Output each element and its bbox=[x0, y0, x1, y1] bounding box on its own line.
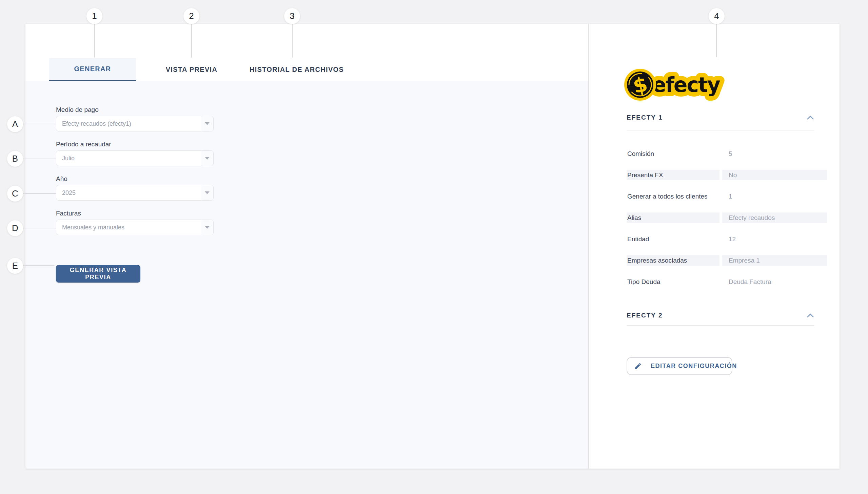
chevron-up-icon[interactable] bbox=[807, 115, 814, 120]
property-label: Generar a todos los clientes bbox=[627, 191, 720, 202]
property-label: Tipo Deuda bbox=[627, 277, 720, 287]
callout-line-a bbox=[23, 124, 56, 124]
property-label: Comisión bbox=[627, 148, 720, 159]
select-value: Julio bbox=[56, 155, 201, 162]
pencil-icon bbox=[634, 362, 642, 370]
callout-line-e bbox=[23, 265, 55, 266]
field-label: Medio de pago bbox=[56, 106, 214, 114]
edit-button-label: EDITAR CONFIGURACIÓN bbox=[651, 363, 737, 370]
ano-select[interactable]: 2025 bbox=[56, 185, 214, 201]
callout-step-2: 2 bbox=[183, 8, 199, 24]
callout-line-2 bbox=[191, 24, 192, 58]
select-value: Mensuales y manuales bbox=[56, 224, 201, 231]
medio-de-pago-select[interactable]: Efecty recaudos (efecty1) bbox=[56, 116, 214, 131]
main-card: GENERAR VISTA PREVIA HISTORIAL DE ARCHIV… bbox=[25, 24, 839, 469]
callout-field-c: C bbox=[7, 186, 23, 202]
section-title: EFECTY 2 bbox=[627, 311, 663, 320]
facturas-select[interactable]: Mensuales y manuales bbox=[56, 220, 214, 235]
tab-vista-previa[interactable]: VISTA PREVIA bbox=[143, 58, 241, 81]
property-label: Entidad bbox=[627, 234, 720, 244]
callout-line-b bbox=[23, 158, 56, 159]
caret-zone bbox=[201, 116, 213, 131]
callout-line-d bbox=[23, 228, 56, 228]
tab-bar: GENERAR VISTA PREVIA HISTORIAL DE ARCHIV… bbox=[25, 58, 588, 81]
property-value: 1 bbox=[722, 191, 827, 202]
property-value: 12 bbox=[722, 234, 827, 244]
property-label: Alias bbox=[627, 212, 720, 223]
efecty-logo: efecty $ bbox=[623, 68, 725, 101]
chevron-down-icon bbox=[205, 122, 209, 125]
property-row-presenta-fx: Presenta FX No bbox=[627, 170, 827, 180]
callout-line-c bbox=[23, 193, 56, 194]
section-header-efecty-1[interactable]: EFECTY 1 bbox=[627, 114, 814, 122]
section-divider bbox=[627, 130, 814, 130]
section-header-efecty-2[interactable]: EFECTY 2 bbox=[627, 311, 814, 320]
callout-line-1 bbox=[94, 24, 95, 58]
callout-step-4: 4 bbox=[709, 8, 724, 24]
callout-field-d: D bbox=[7, 220, 23, 236]
property-label: Empresas asociadas bbox=[627, 255, 720, 266]
callout-field-a: A bbox=[7, 116, 23, 132]
property-value: Efecty recaudos bbox=[722, 212, 827, 223]
chevron-down-icon bbox=[205, 157, 209, 159]
property-row-generar-a-todos: Generar a todos los clientes 1 bbox=[627, 191, 827, 202]
property-row-entidad: Entidad 12 bbox=[627, 234, 827, 244]
chevron-down-icon bbox=[205, 191, 209, 194]
tab-historial-de-archivos[interactable]: HISTORIAL DE ARCHIVOS bbox=[241, 58, 353, 81]
chevron-down-icon bbox=[205, 226, 209, 229]
property-row-empresas-asociadas: Empresas asociadas Empresa 1 bbox=[627, 255, 827, 266]
field-label: Año bbox=[56, 175, 214, 183]
property-value: Empresa 1 bbox=[722, 255, 827, 266]
callout-field-e: E bbox=[7, 258, 23, 274]
property-value: No bbox=[722, 170, 827, 180]
tab-generar[interactable]: GENERAR bbox=[49, 58, 136, 81]
select-value: Efecty recaudos (efecty1) bbox=[56, 120, 201, 127]
callout-line-4 bbox=[716, 24, 717, 57]
generate-pane: GENERAR VISTA PREVIA HISTORIAL DE ARCHIV… bbox=[25, 24, 588, 469]
editar-configuracion-button[interactable]: EDITAR CONFIGURACIÓN bbox=[627, 357, 732, 375]
field-label: Facturas bbox=[56, 209, 214, 217]
callout-step-1: 1 bbox=[87, 8, 103, 24]
select-value: 2025 bbox=[56, 189, 201, 196]
section-divider bbox=[627, 325, 814, 326]
chevron-up-icon[interactable] bbox=[807, 313, 814, 318]
field-ano: Año 2025 bbox=[56, 175, 214, 201]
periodo-select[interactable]: Julio bbox=[56, 150, 214, 166]
callout-step-3: 3 bbox=[284, 8, 300, 24]
efecty-1-properties: Comisión 5 Presenta FX No Generar a todo… bbox=[627, 148, 827, 287]
caret-zone bbox=[201, 151, 213, 166]
field-periodo-a-recaudar: Período a recaudar Julio bbox=[56, 140, 214, 166]
efecty-logo-text: efecty bbox=[652, 73, 721, 97]
property-row-tipo-deuda: Tipo Deuda Deuda Factura bbox=[627, 277, 827, 287]
caret-zone bbox=[201, 220, 213, 235]
generate-form: Medio de pago Efecty recaudos (efecty1) … bbox=[25, 81, 588, 469]
property-row-comision: Comisión 5 bbox=[627, 148, 827, 159]
callout-field-b: B bbox=[7, 151, 23, 167]
property-value: Deuda Factura bbox=[722, 277, 827, 287]
field-label: Período a recaudar bbox=[56, 140, 214, 148]
property-row-alias: Alias Efecty recaudos bbox=[627, 212, 827, 223]
field-medio-de-pago: Medio de pago Efecty recaudos (efecty1) bbox=[56, 106, 214, 131]
callout-line-3 bbox=[292, 24, 293, 58]
property-value: 5 bbox=[722, 148, 827, 159]
caret-zone bbox=[201, 185, 213, 200]
section-title: EFECTY 1 bbox=[627, 114, 663, 122]
field-facturas: Facturas Mensuales y manuales bbox=[56, 209, 214, 235]
property-label: Presenta FX bbox=[627, 170, 720, 180]
generar-vista-previa-button[interactable]: GENERAR VISTA PREVIA bbox=[56, 265, 141, 283]
config-pane: efecty $ EFECTY 1 Comisión 5 bbox=[589, 24, 839, 469]
